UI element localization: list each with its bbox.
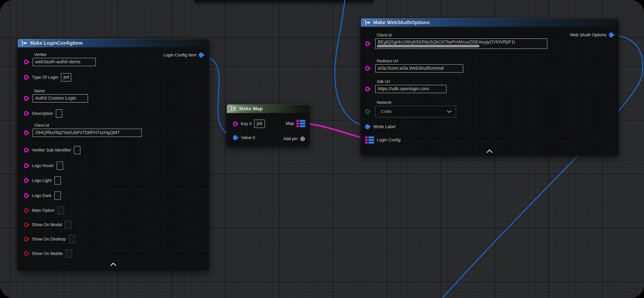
login-config-pin[interactable] <box>365 136 374 144</box>
show-on-modal-label: Show On Modal <box>32 222 62 227</box>
type-of-login-input[interactable]: jwt <box>61 73 71 82</box>
node-header[interactable]: Make Web3AuthOptions <box>361 18 618 27</box>
blueprint-editor: Make LoginConfigItem Login Config Item V… <box>0 0 644 298</box>
logo-hover-input[interactable] <box>56 162 63 170</box>
white-label-pin[interactable] <box>365 124 370 130</box>
description-pin[interactable] <box>24 110 29 116</box>
graph-canvas[interactable]: Make LoginConfigItem Login Config Item V… <box>0 0 644 298</box>
client-id-label: Client Id <box>377 33 547 38</box>
field-type-of-login: Type Of Login jwt <box>24 73 71 82</box>
field-show-on-desktop: Show On Desktop <box>24 235 75 243</box>
field-description: Description <box>24 109 62 118</box>
show-on-mobile-checkbox[interactable] <box>66 249 72 258</box>
name-pin[interactable] <box>24 95 29 102</box>
white-label-label: White Label <box>373 124 396 129</box>
verifier-sub-identifier-label: Verifier Sub Identifier <box>32 148 71 152</box>
field-sdk-url: Sdk Url https://sdk.openlogin.com <box>365 79 446 93</box>
client-id-input[interactable]: 294QRkchfq2YaXUbPri7D6PH7xzHgQMT <box>32 128 142 137</box>
field-show-on-mobile: Show On Mobile <box>24 249 72 258</box>
output-web3auth-options: Web 3Auth Options <box>570 32 614 38</box>
make-struct-icon <box>21 40 28 46</box>
redirect-url-pin[interactable] <box>365 65 370 72</box>
map-output-label: Map <box>286 121 294 126</box>
field-client-id: Client Id 294QRkchfq2YaXUbPri7D6PH7xzHgQ… <box>24 123 142 137</box>
web3auth-options-output-pin[interactable] <box>609 32 614 38</box>
field-logo-hover: Logo Hover <box>24 162 63 170</box>
client-id-pin[interactable] <box>365 40 370 47</box>
chevron-up-icon <box>486 150 493 153</box>
logo-dark-input[interactable] <box>54 192 61 200</box>
map-output-pin[interactable] <box>296 120 305 127</box>
collapse-node-button[interactable] <box>485 149 494 154</box>
main-option-label: Main Option <box>32 208 55 213</box>
node-title: Make Map <box>239 106 263 112</box>
client-id-value: BEglQSgt4cUWcj6SKRdu5QkOXTsePmMcusG5EAoy… <box>378 40 515 44</box>
field-white-label: White Label <box>365 124 396 130</box>
output-label: Login Config Item <box>163 53 196 58</box>
node-make-web3authoptions[interactable]: Make Web3AuthOptions Web 3Auth Options C… <box>361 18 618 156</box>
network-selected-value: CYAN <box>381 110 392 114</box>
verifier-input[interactable]: web3auth-auth0-demo <box>32 58 96 66</box>
sdk-url-input[interactable]: https://sdk.openlogin.com <box>375 85 446 93</box>
field-logo-light: Logo Light <box>24 176 61 185</box>
logo-hover-pin[interactable] <box>24 162 29 169</box>
key0-pin[interactable] <box>233 121 238 127</box>
web3auth-options-output-label: Web 3Auth Options <box>570 32 606 38</box>
value0-label: Value 0 <box>241 135 255 140</box>
field-value0: Value 0 <box>233 134 255 141</box>
type-of-login-pin[interactable] <box>24 74 29 80</box>
network-dropdown[interactable]: CYAN <box>375 106 456 118</box>
client-id-input[interactable]: BEglQSgt4cUWcj6SKRdu5QkOXTsePmMcusG5EAoy… <box>375 38 547 49</box>
node-header[interactable]: Make LoginConfigItem <box>18 39 209 48</box>
type-of-login-label: Type Of Login <box>32 75 58 80</box>
show-on-desktop-checkbox[interactable] <box>69 235 75 243</box>
key0-label: Key 0 <box>241 122 252 126</box>
network-label: Network <box>377 100 456 105</box>
horizontal-scrollbar[interactable] <box>377 45 480 48</box>
redirect-url-input[interactable]: w3a://com.w3a.Web3AuthUnreal <box>375 64 463 73</box>
client-id-pin[interactable] <box>24 130 29 136</box>
show-on-mobile-pin[interactable] <box>24 250 29 257</box>
show-on-modal-pin[interactable] <box>24 222 29 228</box>
node-make-loginconfigitem[interactable]: Make LoginConfigItem Login Config Item V… <box>18 39 209 270</box>
description-label: Description <box>32 111 53 116</box>
show-on-desktop-label: Show On Desktop <box>32 237 66 242</box>
logo-light-pin[interactable] <box>24 177 29 184</box>
field-show-on-modal: Show On Modal <box>24 220 71 229</box>
verifier-pin[interactable] <box>24 59 29 65</box>
network-pin[interactable] <box>365 108 370 115</box>
logo-light-label: Logo Light <box>32 178 52 183</box>
field-login-config: Login Config <box>365 136 400 144</box>
add-pin-button[interactable]: Add pin ⊕ <box>283 136 305 142</box>
show-on-modal-checkbox[interactable] <box>65 220 71 229</box>
node-header[interactable]: Make Map <box>227 104 310 113</box>
field-key0: Key 0 jwt <box>233 120 265 128</box>
key0-input[interactable]: jwt <box>254 120 265 128</box>
verifier-sub-identifier-input[interactable] <box>74 146 80 154</box>
sdk-url-pin[interactable] <box>365 86 370 92</box>
main-option-checkbox[interactable] <box>58 206 64 214</box>
logo-dark-label: Logo Dark <box>32 193 52 198</box>
verifier-sub-identifier-pin[interactable] <box>24 147 29 153</box>
field-client-id: Client Id BEglQSgt4cUWcj6SKRdu5QkOXTsePm… <box>365 33 547 49</box>
field-verifier-sub-identifier: Verifier Sub Identifier <box>24 146 80 154</box>
logo-dark-pin[interactable] <box>24 192 29 199</box>
name-input[interactable]: Auth0 Custom Login <box>32 94 88 102</box>
add-pin-icon: ⊕ <box>300 136 305 142</box>
field-redirect-url: Redirect Url w3a://com.w3a.Web3AuthUnrea… <box>365 58 463 73</box>
verifier-label: Verifier <box>34 52 96 57</box>
chevron-down-icon <box>447 110 452 113</box>
login-config-item-output-pin[interactable] <box>199 52 204 58</box>
description-input[interactable] <box>56 109 62 118</box>
logo-light-input[interactable] <box>54 176 61 185</box>
collapse-node-button[interactable] <box>109 262 118 267</box>
field-verifier: Verifier web3auth-auth0-demo <box>24 52 96 66</box>
node-title: Make LoginConfigItem <box>30 40 83 46</box>
main-option-pin[interactable] <box>24 207 29 214</box>
chevron-up-icon <box>110 262 116 266</box>
sdk-url-label: Sdk Url <box>377 79 446 84</box>
show-on-desktop-pin[interactable] <box>24 236 29 242</box>
make-struct-icon <box>364 20 371 25</box>
value0-pin[interactable] <box>233 134 238 141</box>
node-make-map[interactable]: Make Map Key 0 jwt Map Value 0 Add pin ⊕ <box>227 104 310 146</box>
